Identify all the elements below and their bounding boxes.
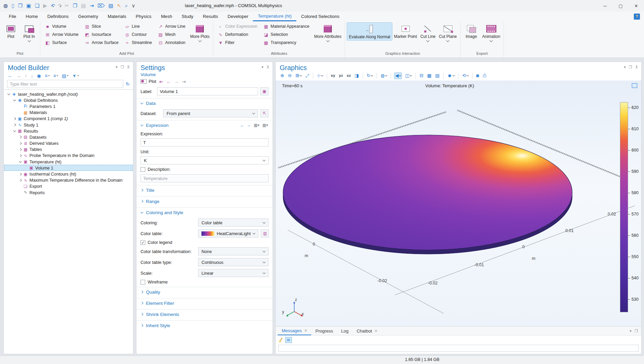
undo-icon[interactable]: ↶▾ bbox=[51, 3, 54, 8]
dock-tab-progress[interactable]: Progress bbox=[311, 326, 337, 335]
model-tree-node-text-icon[interactable]: ▤▾ bbox=[62, 73, 68, 78]
section-title[interactable]: Title bbox=[136, 185, 273, 195]
window-layout-icon[interactable]: ◫ bbox=[404, 73, 412, 79]
first-plot-icon[interactable]: ⇤ bbox=[159, 79, 163, 84]
plot-area[interactable]: Time=60 s Volume: Temperature (K) zxy 0m… bbox=[276, 81, 641, 326]
refresh-icon[interactable]: ↻ bbox=[126, 81, 130, 87]
panel-pin-icon[interactable]: ⊼ bbox=[127, 65, 130, 69]
maximize-button[interactable]: ▢ bbox=[613, 0, 628, 12]
button-isosurface[interactable]: ◩Isosurface bbox=[82, 30, 122, 39]
duplicate-icon[interactable]: ⇥ bbox=[89, 3, 94, 8]
dock-tab-messages[interactable]: Messages✕ bbox=[278, 326, 311, 335]
forward-icon[interactable]: → bbox=[16, 73, 21, 78]
back-icon[interactable]: ← bbox=[8, 73, 13, 78]
expression-input[interactable] bbox=[141, 138, 269, 146]
section-element-filter[interactable]: Element Filter bbox=[136, 298, 273, 308]
tab-definitions[interactable]: Definitions bbox=[43, 12, 73, 21]
panel-float-icon[interactable]: ❐ bbox=[629, 65, 632, 69]
tab-results[interactable]: Results bbox=[198, 12, 223, 21]
tree-item-derived-values[interactable]: ≣Derived Values bbox=[4, 140, 133, 146]
tree-item-isothermal-contours-ht-[interactable]: ▣Isothermal Contours (ht) bbox=[4, 171, 133, 177]
plot-button[interactable]: Plot bbox=[141, 79, 156, 84]
tab-developer[interactable]: Developer bbox=[223, 12, 253, 21]
tab-temperature-ht-[interactable]: Temperature (ht) bbox=[253, 12, 296, 21]
chevron-right-icon[interactable] bbox=[19, 142, 21, 144]
button-transparency[interactable]: ▩Transparency bbox=[260, 39, 313, 47]
perspective-icon[interactable]: ◨ bbox=[354, 73, 360, 79]
chevron-right-icon[interactable] bbox=[13, 117, 16, 120]
copy-icon[interactable]: ❐ bbox=[73, 3, 77, 8]
panel-pin-icon[interactable]: ⊼ bbox=[266, 65, 269, 69]
button-material-appearance[interactable]: ▦Material Appearance bbox=[260, 22, 313, 30]
dataset-select[interactable]: From parent bbox=[163, 109, 258, 117]
clear-messages-icon[interactable] bbox=[278, 338, 283, 342]
redo-icon[interactable]: ↷▾ bbox=[58, 3, 61, 8]
panel-menu-icon[interactable]: ▾ bbox=[630, 329, 632, 333]
chevron-right-icon[interactable] bbox=[19, 136, 21, 138]
button-filter[interactable]: ▼Filter bbox=[215, 39, 260, 47]
expand-all-icon[interactable]: ≡▾ bbox=[53, 73, 58, 78]
view-yz-icon[interactable]: yz bbox=[338, 73, 344, 78]
section-range[interactable]: Range bbox=[136, 196, 273, 206]
help-icon[interactable]: ? bbox=[634, 14, 640, 20]
select-box-icon[interactable]: ▧ bbox=[108, 3, 113, 8]
close-icon[interactable]: ✕ bbox=[374, 329, 378, 333]
button-selection[interactable]: ◪Selection bbox=[260, 30, 313, 39]
section-inherit-style[interactable]: Inherit Style bbox=[136, 320, 273, 330]
tree-item-global-definitions[interactable]: ◉Global Definitions bbox=[4, 97, 133, 103]
go-to-default-view-icon[interactable]: ⊹ bbox=[316, 73, 324, 79]
dock-tab-log[interactable]: Log bbox=[337, 326, 353, 335]
color-table-browser-icon[interactable]: ▥ bbox=[261, 229, 269, 237]
tab-physics[interactable]: Physics bbox=[131, 12, 156, 21]
run-icon[interactable]: ▶ bbox=[43, 3, 47, 8]
button-line[interactable]: ▱Line bbox=[122, 22, 155, 30]
view-xz-icon[interactable]: xz bbox=[346, 73, 351, 78]
section-expression[interactable]: Expression ← → ▦▾ ▦▾ bbox=[136, 120, 273, 130]
color-table-transformation-select[interactable]: None bbox=[198, 247, 269, 255]
chevron-down-icon[interactable] bbox=[19, 160, 21, 162]
snapshot-icon[interactable]: ◙ bbox=[476, 73, 480, 79]
last-plot-icon[interactable]: ⇥ bbox=[182, 79, 186, 84]
button-volume[interactable]: ■Volume bbox=[42, 22, 82, 30]
chevron-right-icon[interactable] bbox=[19, 179, 21, 181]
section-coloring-and-style[interactable]: Coloring and Style bbox=[136, 207, 273, 217]
description-checkbox[interactable] bbox=[141, 167, 145, 172]
move-down-icon[interactable]: ↓ bbox=[31, 73, 33, 78]
panel-pin-icon[interactable]: ⊼ bbox=[635, 65, 638, 69]
scale-select[interactable]: Linear bbox=[198, 269, 269, 277]
plot-info-icon[interactable] bbox=[632, 83, 637, 88]
tree-item-tables[interactable]: ▦Tables bbox=[4, 146, 133, 153]
button-more-plots[interactable]: More Plots bbox=[189, 22, 211, 42]
tree-item-reports[interactable]: ✎Reports bbox=[4, 189, 133, 196]
tab-file[interactable]: File bbox=[4, 12, 21, 21]
chevron-down-icon[interactable] bbox=[13, 98, 16, 101]
scene-light-icon[interactable]: ◍ bbox=[380, 73, 388, 79]
tree-item-maximum-temperature-difference-in-the-domain[interactable]: ∿Maximum Temperature Difference in the D… bbox=[4, 177, 133, 183]
button-arrow-line[interactable]: ↗Arrow Line bbox=[155, 22, 189, 30]
tree-item-materials[interactable]: ▩Materials bbox=[4, 110, 133, 116]
view-xy-icon[interactable]: xy bbox=[330, 73, 336, 78]
save-icon[interactable]: ▣ bbox=[26, 3, 31, 8]
section-quality[interactable]: Quality bbox=[136, 287, 273, 297]
open-messages-window-icon[interactable]: ✉ bbox=[285, 337, 292, 343]
button-animation[interactable]: Animation bbox=[480, 22, 502, 42]
move-up-icon[interactable]: ↑ bbox=[25, 73, 27, 78]
update-plot-icon[interactable]: ⟲ bbox=[461, 73, 469, 79]
button-deformation[interactable]: ∿Deformation bbox=[215, 30, 260, 39]
expression-menu-icon[interactable]: ▦▾ bbox=[262, 123, 268, 128]
user-view-icon[interactable]: ☻ bbox=[447, 73, 455, 79]
tree-item-temperature-ht-[interactable]: ▣Temperature (ht) bbox=[4, 159, 133, 165]
tree-item-study-1[interactable]: ∿Study 1 bbox=[4, 122, 133, 128]
tree-item-datasets[interactable]: ▤Datasets bbox=[4, 134, 133, 140]
previous-expression-icon[interactable]: ← bbox=[240, 123, 244, 128]
button-marker-point[interactable]: Marker Point bbox=[392, 22, 419, 40]
color-legend-checkbox[interactable]: ✓ bbox=[141, 240, 145, 245]
button-evaluate-along-normal[interactable]: →Evaluate Along Normal bbox=[347, 22, 392, 41]
chevron-down-icon[interactable] bbox=[13, 129, 16, 132]
tab-home[interactable]: Home bbox=[21, 12, 43, 21]
close-button[interactable]: ✕ bbox=[628, 0, 644, 12]
filter-icon[interactable]: ▼▾ bbox=[72, 73, 79, 78]
insert-expression-icon[interactable]: ▦▾ bbox=[254, 123, 259, 128]
tab-colored-selections[interactable]: Colored Selections bbox=[296, 12, 344, 21]
chevron-down-icon[interactable] bbox=[7, 92, 10, 95]
